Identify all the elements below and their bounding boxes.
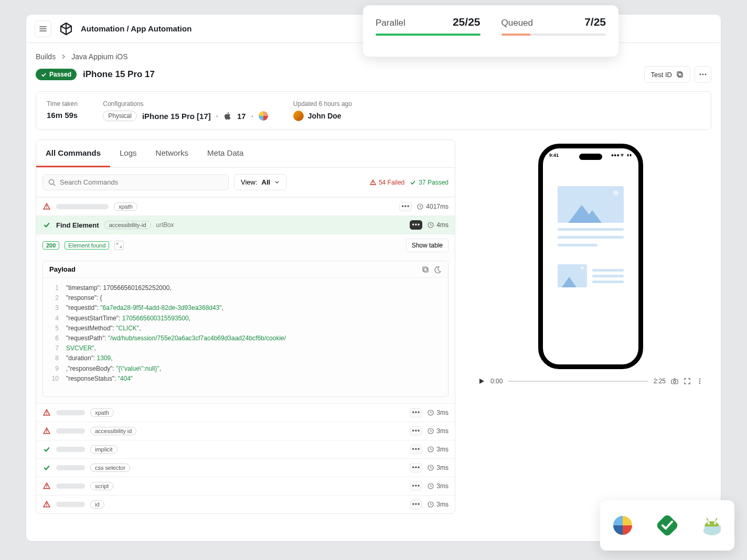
duration: 3ms [428, 482, 449, 490]
commands-panel: All Commands Logs Networks Meta Data Vie… [36, 139, 455, 514]
tab-logs[interactable]: Logs [110, 140, 146, 167]
tab-networks[interactable]: Networks [146, 140, 198, 167]
breadcrumb-root[interactable]: Builds [36, 52, 56, 61]
chevron-right-icon [61, 54, 66, 59]
user-row: John Doe [293, 111, 352, 121]
command-detail: 200 Element found Show table Payload [36, 234, 455, 403]
skeleton-text [56, 204, 109, 209]
more-actions-button[interactable] [695, 66, 711, 83]
strategy-tag: xpath [90, 408, 114, 417]
copy-icon[interactable] [422, 266, 429, 273]
duration: 3ms [428, 464, 449, 471]
view-label: View: [241, 178, 258, 186]
warning-icon [42, 427, 51, 435]
search-input[interactable] [60, 178, 223, 186]
row-actions[interactable]: ••• [410, 445, 422, 454]
warning-icon [42, 482, 51, 490]
camera-icon[interactable] [671, 378, 678, 385]
check-icon [42, 464, 51, 472]
row-actions[interactable]: ••• [410, 481, 422, 491]
play-icon[interactable] [478, 378, 485, 385]
warning-icon [370, 179, 376, 186]
device-frame: 9:41 ●●● ᯤ ▮▮ [538, 144, 643, 369]
browser-icon [259, 111, 268, 121]
status-badge-text: Passed [49, 71, 71, 78]
svg-point-7 [46, 208, 47, 209]
user-name: John Doe [308, 112, 342, 120]
seek-bar[interactable] [508, 381, 648, 382]
theme-icon[interactable] [434, 266, 442, 273]
video-player: 0:00 2:25 [478, 378, 703, 385]
svg-point-26 [699, 383, 700, 384]
command-row[interactable]: css selector•••3ms [36, 458, 455, 477]
command-row[interactable]: script•••3ms [36, 477, 455, 495]
apple-icon [223, 112, 232, 120]
view-dropdown[interactable]: View: All [234, 174, 286, 190]
command-row[interactable]: xpath•••3ms [36, 403, 455, 422]
row-actions[interactable]: ••• [410, 220, 422, 230]
config-value: Physical iPhone 15 Pro [17] · 17 · [103, 111, 268, 121]
command-list: xpath ••• 4017ms Find Element accessibil… [36, 197, 455, 513]
duration: 3ms [428, 501, 449, 508]
parallel-stat: Parallel 25/25 [376, 16, 481, 48]
check-icon [41, 72, 47, 78]
os-version: 17 [237, 112, 246, 121]
svg-point-12 [46, 414, 47, 415]
status-code: 200 [42, 241, 59, 250]
time-taken-label: Time taken [47, 100, 78, 107]
command-row[interactable]: xpath ••• 4017ms [36, 197, 455, 216]
statusbar: 9:41 ●●● ᯤ ▮▮ [549, 153, 632, 158]
svg-rect-11 [423, 267, 427, 271]
menu-button[interactable] [35, 20, 51, 37]
breadcrumb-current: Java Appium iOS [71, 52, 127, 61]
skeleton-text [56, 410, 85, 415]
command-row-selected[interactable]: Find Element accessibility-id urlBox •••… [36, 216, 455, 234]
duration: 3ms [428, 446, 449, 453]
payload-label: Payload [49, 265, 76, 273]
command-row[interactable]: implicit•••3ms [36, 440, 455, 458]
svg-rect-10 [424, 268, 428, 272]
row-actions[interactable]: ••• [410, 463, 422, 472]
config-type-pill: Physical [103, 111, 137, 121]
row-actions[interactable]: ••• [399, 202, 412, 211]
svg-point-18 [46, 487, 47, 488]
row-actions[interactable]: ••• [410, 500, 422, 509]
row-actions[interactable]: ••• [410, 426, 422, 436]
svg-rect-34 [718, 525, 721, 532]
tab-all-commands[interactable]: All Commands [36, 140, 110, 167]
app-logo [59, 21, 73, 36]
queued-stat: Queued 7/25 [501, 16, 606, 48]
svg-point-20 [46, 505, 47, 507]
skeleton-text [56, 483, 85, 489]
command-name: Find Element [56, 221, 99, 229]
svg-point-23 [674, 381, 676, 383]
row-actions[interactable]: ••• [410, 408, 422, 417]
test-id-button[interactable]: Test ID [644, 66, 690, 83]
strategy-tag: implicit [90, 445, 118, 454]
integration-icon-1 [610, 513, 635, 538]
config-label: Configurations [103, 100, 268, 107]
fullscreen-icon[interactable] [684, 378, 691, 385]
strategy-tag: id [90, 500, 104, 509]
dots-vertical-icon[interactable] [696, 378, 703, 385]
show-table-button[interactable]: Show table [406, 239, 449, 252]
integration-icon-2 [655, 513, 680, 538]
svg-point-14 [46, 432, 47, 433]
title-row: Passed iPhone 15 Pro 17 Test ID [36, 66, 711, 83]
tab-meta-data[interactable]: Meta Data [198, 140, 253, 167]
check-icon [42, 221, 51, 229]
expand-icon[interactable] [114, 241, 124, 250]
command-row[interactable]: id•••3ms [36, 495, 455, 513]
strategy-tag: script [90, 482, 113, 490]
skeleton-text [56, 428, 85, 434]
command-row[interactable]: accessibility id•••3ms [36, 422, 455, 440]
duration: 4ms [428, 221, 449, 229]
image-placeholder [558, 186, 624, 223]
image-placeholder [558, 264, 587, 287]
parallel-bar [376, 34, 481, 36]
updated-label: Updated 6 hours ago [293, 100, 352, 107]
warning-icon [42, 408, 51, 417]
parallel-label: Parallel [376, 18, 405, 28]
search-box[interactable] [42, 174, 229, 190]
check-icon [42, 445, 51, 454]
